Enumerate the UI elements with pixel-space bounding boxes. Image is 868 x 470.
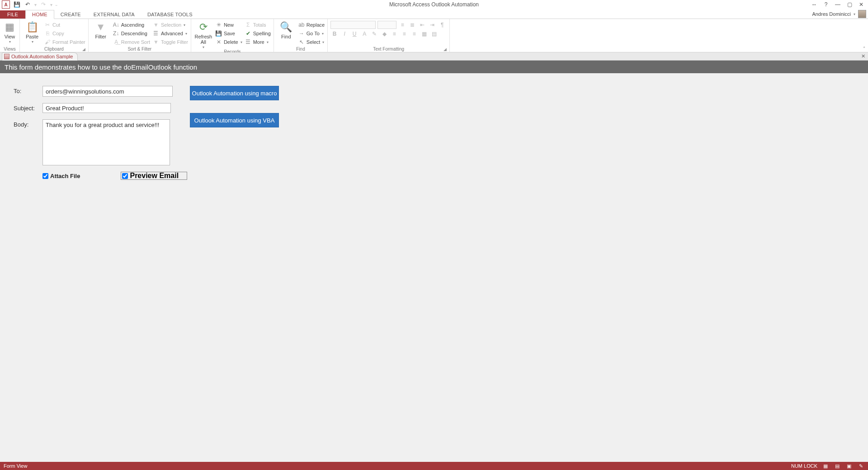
align-left-icon[interactable]: ≡: [390, 30, 398, 38]
new-button[interactable]: ✳New: [216, 21, 242, 29]
chevron-down-icon: ▾: [32, 40, 33, 44]
view-layout-icon[interactable]: ▣: [845, 463, 853, 469]
paste-icon: 📋: [26, 21, 38, 33]
preview-email-checkbox[interactable]: Preview Email: [121, 172, 187, 180]
descending-button[interactable]: Z↓Descending: [113, 29, 150, 38]
find-button[interactable]: 🔍 Find: [277, 20, 296, 39]
ascending-button[interactable]: A↓Ascending: [113, 21, 150, 29]
indent-right-icon[interactable]: ⇥: [428, 21, 436, 29]
avatar[interactable]: [858, 10, 866, 18]
redo-icon[interactable]: ↷: [39, 0, 47, 9]
underline-icon[interactable]: U: [350, 30, 359, 38]
user-block[interactable]: Andres Dominicci ▾: [812, 10, 866, 18]
refresh-button[interactable]: ⟳ Refresh All ▾: [194, 20, 213, 49]
format-painter-button[interactable]: 🖌Format Painter: [44, 38, 85, 46]
view-design-icon[interactable]: ✎: [857, 463, 864, 469]
paste-label: Paste: [26, 34, 38, 39]
refresh-icon: ⟳: [197, 21, 210, 33]
attach-file-input[interactable]: [42, 173, 48, 179]
tab-create[interactable]: CREATE: [54, 10, 87, 19]
save-icon: 💾: [216, 30, 222, 37]
toggle-filter-button[interactable]: ▼Toggle Filter: [153, 38, 188, 46]
to-input[interactable]: [42, 86, 173, 97]
align-center-icon[interactable]: ≡: [400, 30, 408, 38]
collapse-ribbon-icon[interactable]: ˄: [863, 46, 865, 51]
totals-button[interactable]: ΣTotals: [245, 21, 271, 29]
status-bar: Form View NUM LOCK ▦ ▤ ▣ ✎: [0, 462, 868, 470]
view-datasheet-icon[interactable]: ▤: [834, 463, 841, 469]
minimize-icon[interactable]: —: [834, 0, 842, 9]
attach-file-label: Attach File: [50, 173, 80, 179]
tab-external-data[interactable]: EXTERNAL DATA: [87, 10, 141, 19]
highlight-icon[interactable]: ✎: [370, 30, 378, 38]
save-icon[interactable]: 💾: [13, 0, 21, 9]
filter-button[interactable]: ▼ Filter: [91, 20, 110, 39]
align-right-icon[interactable]: ≡: [410, 30, 418, 38]
undo-icon[interactable]: ↶: [24, 0, 32, 9]
indent-left-icon[interactable]: ⇤: [418, 21, 426, 29]
replace-button[interactable]: abReplace: [298, 21, 325, 29]
more-button[interactable]: ☰More▾: [245, 38, 271, 46]
cut-button[interactable]: ✂Cut: [44, 21, 85, 29]
qat-customize[interactable]: ₌: [55, 2, 57, 7]
bullets-icon[interactable]: ≡: [398, 21, 406, 29]
copy-button[interactable]: ⎘Copy: [44, 29, 85, 38]
remove-sort-button[interactable]: A͟Remove Sort: [113, 38, 150, 46]
restore-icon[interactable]: ▢: [845, 0, 854, 9]
new-icon: ✳: [216, 22, 222, 28]
title-bar: A 💾 ↶ ▾ ↷ ▾ ₌ Microsoft Access Outlook A…: [0, 0, 868, 9]
subject-input[interactable]: [42, 103, 171, 113]
delete-button[interactable]: ✕Delete▾: [216, 38, 242, 46]
attach-file-checkbox[interactable]: Attach File: [42, 173, 80, 179]
preview-email-label: Preview Email: [130, 172, 179, 180]
format-painter-label: Format Painter: [52, 39, 85, 45]
copy-label: Copy: [52, 31, 64, 36]
selection-button[interactable]: ▼Selection▾: [153, 21, 188, 29]
outlook-vba-label: Outlook Automation using VBA: [194, 117, 275, 124]
close-icon[interactable]: ✕: [857, 0, 865, 9]
tab-database-tools[interactable]: DATABASE TOOLS: [141, 10, 199, 19]
text-direction-icon[interactable]: ¶: [438, 21, 446, 29]
advanced-button[interactable]: ☰Advanced▾: [153, 29, 188, 38]
alt-row-color-icon[interactable]: ▤: [430, 30, 438, 38]
tab-home[interactable]: HOME: [25, 10, 54, 19]
spelling-button[interactable]: ✔Spelling: [245, 29, 271, 38]
gridlines-icon[interactable]: ▦: [420, 30, 428, 38]
dialog-launcher-icon[interactable]: ◢: [443, 47, 447, 52]
numbering-icon[interactable]: ≣: [408, 21, 416, 29]
group-views-label: Views: [3, 47, 17, 52]
filter-label: Filter: [95, 34, 106, 39]
select-button[interactable]: ↖Select▾: [298, 38, 325, 46]
bold-icon[interactable]: B: [330, 30, 339, 38]
goto-button[interactable]: →Go To▾: [298, 29, 325, 38]
tab-file[interactable]: FILE: [0, 10, 25, 19]
close-tab-icon[interactable]: ✕: [861, 53, 865, 59]
view-button[interactable]: ▦ View ▾: [3, 20, 17, 44]
outlook-macro-button[interactable]: Outlook Automation using macro: [190, 86, 279, 100]
replace-label: Replace: [307, 22, 325, 28]
goto-label: Go To: [307, 31, 320, 36]
italic-icon[interactable]: I: [340, 30, 349, 38]
font-family-select[interactable]: [330, 21, 376, 29]
help-icon[interactable]: ?: [822, 0, 830, 9]
group-text-formatting: ≡ ≣ ⇤ ⇥ ¶ B I U A ✎ ◆ ≡ ≡ ≡ ▦ ▤ Text For…: [328, 19, 450, 52]
fill-color-icon[interactable]: ◆: [380, 30, 388, 38]
options-icon[interactable]: ↔: [810, 0, 818, 9]
advanced-icon: ☰: [153, 30, 159, 37]
body-textarea[interactable]: [42, 119, 170, 165]
doctab-outlook-automation[interactable]: Outlook Automation Sample: [2, 52, 78, 61]
view-form-icon[interactable]: ▦: [822, 463, 829, 469]
save-button[interactable]: 💾Save: [216, 29, 242, 38]
group-find-label: Find: [277, 47, 325, 52]
ribbon-tabs: FILE HOME CREATE EXTERNAL DATA DATABASE …: [0, 9, 868, 19]
outlook-vba-button[interactable]: Outlook Automation using VBA: [190, 113, 279, 127]
preview-email-input[interactable]: [122, 173, 128, 179]
form-icon: [4, 54, 9, 59]
font-color-icon[interactable]: A: [360, 30, 368, 38]
sort-asc-icon: A↓: [113, 22, 119, 28]
font-size-select[interactable]: [377, 21, 396, 29]
spelling-icon: ✔: [245, 30, 251, 37]
paste-button[interactable]: 📋 Paste ▾: [23, 20, 42, 44]
dialog-launcher-icon[interactable]: ◢: [82, 47, 85, 52]
select-icon: ↖: [298, 39, 305, 45]
